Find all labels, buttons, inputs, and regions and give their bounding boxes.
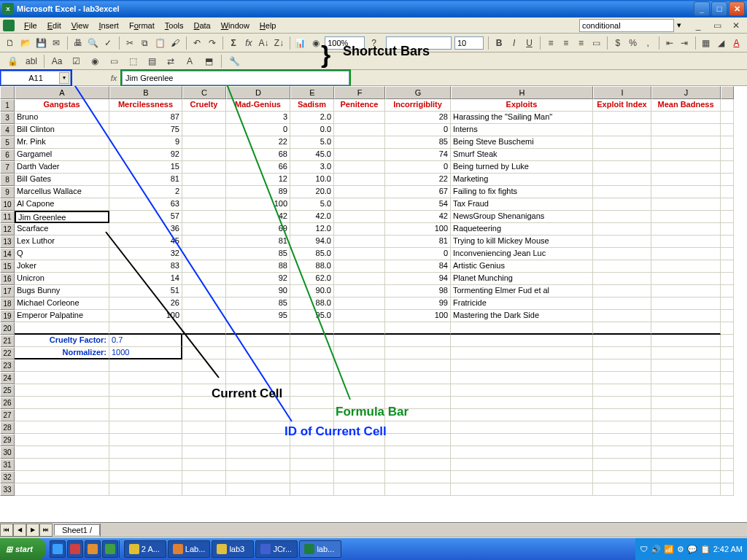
cell[interactable]: 66: [226, 161, 290, 174]
cell[interactable]: [15, 322, 109, 335]
cell[interactable]: [651, 372, 721, 384]
cell[interactable]: [593, 198, 651, 211]
cell[interactable]: [651, 446, 721, 459]
align-left-icon[interactable]: ≡: [545, 35, 557, 51]
cell[interactable]: [593, 409, 651, 421]
cell[interactable]: [182, 421, 226, 434]
cell[interactable]: [651, 298, 721, 310]
cell[interactable]: 1: [0, 99, 15, 112]
task-item[interactable]: lab3: [212, 540, 254, 558]
cell[interactable]: [593, 372, 651, 384]
cell[interactable]: 85.0: [290, 248, 334, 260]
cell[interactable]: [182, 149, 226, 161]
cell[interactable]: [451, 347, 593, 359]
cell[interactable]: [290, 446, 334, 459]
cell[interactable]: [226, 384, 290, 397]
cell[interactable]: [721, 298, 734, 310]
cell[interactable]: [651, 198, 721, 211]
menu-format[interactable]: Format: [124, 20, 160, 31]
cell[interactable]: [182, 459, 226, 471]
cell[interactable]: [721, 149, 734, 161]
cell[interactable]: [334, 335, 385, 347]
underline-button[interactable]: U: [523, 35, 535, 51]
align-center-icon[interactable]: ≡: [560, 35, 572, 51]
worksheet[interactable]: ABCDEFGHIJ1GangstasMercilessnessCrueltyM…: [0, 86, 747, 522]
task-item-active[interactable]: lab...: [299, 540, 341, 558]
cell[interactable]: 90: [226, 285, 290, 298]
cell[interactable]: 6: [0, 149, 15, 161]
menu-view[interactable]: View: [66, 20, 94, 31]
cell[interactable]: 30: [0, 446, 15, 459]
cell[interactable]: [290, 322, 334, 335]
cell[interactable]: 42: [226, 211, 290, 223]
cell[interactable]: 9: [0, 186, 15, 198]
cell[interactable]: 3: [226, 112, 290, 124]
cell[interactable]: 95: [226, 310, 290, 322]
cell[interactable]: [290, 471, 334, 483]
cell[interactable]: [593, 359, 651, 372]
cell[interactable]: 15: [109, 161, 182, 174]
cell[interactable]: [651, 322, 721, 335]
cell[interactable]: [182, 335, 226, 347]
dropdown-icon[interactable]: ▾: [677, 20, 687, 31]
cell[interactable]: 4: [0, 124, 15, 136]
cell[interactable]: [182, 347, 226, 359]
cell[interactable]: [651, 273, 721, 285]
cell[interactable]: [721, 198, 734, 211]
cell[interactable]: [334, 124, 385, 136]
cell[interactable]: 32: [109, 248, 182, 260]
cell[interactable]: [334, 273, 385, 285]
cell[interactable]: [334, 161, 385, 174]
cell[interactable]: 22: [385, 174, 451, 186]
currency-icon[interactable]: $: [611, 35, 624, 51]
cell[interactable]: [721, 174, 734, 186]
print-icon[interactable]: 🖶: [71, 35, 84, 51]
quicklaunch-ie-icon[interactable]: [50, 540, 66, 558]
cell[interactable]: [593, 273, 651, 285]
sort-asc-icon[interactable]: A↓: [258, 35, 270, 51]
cell[interactable]: [593, 149, 651, 161]
cell[interactable]: [290, 434, 334, 446]
cell[interactable]: C: [182, 86, 226, 99]
cell[interactable]: [226, 483, 290, 496]
cell[interactable]: [290, 397, 334, 409]
cell[interactable]: [182, 223, 226, 236]
cell[interactable]: [651, 161, 721, 174]
menu-insert[interactable]: Insert: [93, 20, 124, 31]
tab-nav-first[interactable]: ⏮: [0, 524, 13, 537]
cell[interactable]: [0, 86, 15, 99]
cell[interactable]: Tormenting Elmer Fud et al: [451, 285, 593, 298]
cell[interactable]: 22: [0, 347, 15, 359]
start-button[interactable]: ⊞ start: [0, 538, 46, 560]
cell[interactable]: [15, 372, 109, 384]
cell[interactable]: 5.0: [290, 198, 334, 211]
cell[interactable]: 3.0: [290, 161, 334, 174]
tb-icon-5[interactable]: ⬚: [125, 53, 141, 69]
cell[interactable]: 17: [0, 285, 15, 298]
conditional-input[interactable]: [579, 19, 674, 32]
cell[interactable]: [226, 397, 290, 409]
cell[interactable]: [451, 397, 593, 409]
cell[interactable]: 7: [0, 161, 15, 174]
cell[interactable]: 2: [109, 186, 182, 198]
cell[interactable]: 83: [109, 260, 182, 273]
tb-icon-6[interactable]: ▤: [144, 53, 160, 69]
cell[interactable]: 22: [226, 136, 290, 149]
cell[interactable]: 27: [0, 409, 15, 421]
cell[interactable]: 85: [385, 136, 451, 149]
tray-icon[interactable]: ⚙: [677, 545, 684, 554]
cell[interactable]: 26: [109, 298, 182, 310]
cell[interactable]: [182, 260, 226, 273]
cell[interactable]: [721, 86, 734, 99]
cell[interactable]: Artistic Genius: [451, 260, 593, 273]
font-size-combo[interactable]: [454, 36, 484, 50]
cell[interactable]: Cruelty Factor:: [15, 335, 109, 347]
quicklaunch-3-icon[interactable]: [85, 540, 101, 558]
cell[interactable]: 20: [0, 322, 15, 335]
cell[interactable]: 42: [385, 211, 451, 223]
tab-nav-last[interactable]: ⏭: [39, 524, 53, 537]
save-icon[interactable]: 💾: [35, 35, 47, 51]
cell[interactable]: [182, 211, 226, 223]
cell[interactable]: [182, 471, 226, 483]
cell[interactable]: Mean Badness: [651, 99, 721, 112]
